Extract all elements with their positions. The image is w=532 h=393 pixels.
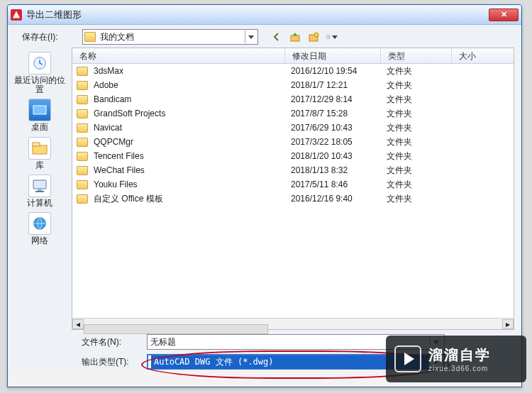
cell-name: Youku Files	[94, 179, 291, 189]
place-desktop[interactable]: 桌面	[28, 99, 51, 132]
scroll-right-icon[interactable]: ▸	[502, 319, 514, 329]
horizontal-scrollbar[interactable]: ◂ ▸	[72, 318, 514, 329]
play-icon	[394, 345, 421, 372]
table-row[interactable]: 自定义 Office 模板2016/12/16 9:40文件夹	[72, 192, 514, 206]
cell-type: 文件夹	[387, 136, 458, 148]
table-row[interactable]: QQPCMgr2017/3/22 18:05文件夹	[72, 135, 514, 149]
watermark-text: 溜溜自学 zixue.3d66.com	[428, 345, 491, 372]
cell-name: Navicat	[94, 123, 291, 133]
cell-name: Tencent Files	[94, 151, 291, 161]
svg-rect-13	[35, 191, 44, 192]
col-name[interactable]: 名称	[72, 48, 285, 63]
col-size[interactable]: 大小	[452, 48, 514, 63]
place-libraries[interactable]: 库	[28, 137, 51, 170]
scroll-left-icon[interactable]: ◂	[72, 319, 84, 329]
folder-icon	[77, 194, 88, 204]
folder-icon	[77, 67, 88, 76]
nav-icons	[271, 31, 338, 43]
table-row[interactable]: Tencent Files2018/1/20 10:43文件夹	[72, 149, 514, 163]
cell-date: 2017/3/22 18:05	[291, 137, 387, 147]
places-sidebar: 最近访问的位置 桌面 库 计算机 网络	[8, 48, 72, 330]
scroll-thumb[interactable]	[84, 324, 268, 334]
cell-date: 2016/12/16 9:40	[291, 194, 387, 204]
body: 最近访问的位置 桌面 库 计算机 网络 名称 修改日期	[8, 48, 521, 330]
save-in-label: 保存在(I):	[22, 31, 82, 43]
app-icon	[11, 9, 22, 21]
cell-date: 2017/8/7 15:28	[291, 109, 387, 118]
view-menu-icon[interactable]	[326, 31, 338, 43]
cell-date: 2017/6/29 10:43	[291, 123, 387, 133]
cell-name: 3dsMax	[94, 66, 291, 76]
save-in-combo[interactable]: 我的文档	[82, 29, 258, 45]
col-type[interactable]: 类型	[381, 48, 452, 63]
folder-icon	[77, 95, 88, 104]
cell-date: 2017/5/11 8:46	[291, 179, 387, 189]
table-row[interactable]: 3dsMax2016/12/10 19:54文件夹	[72, 64, 514, 78]
place-label: 网络	[31, 236, 48, 245]
cell-date: 2017/12/29 8:14	[291, 94, 387, 104]
cell-type: 文件夹	[387, 108, 458, 120]
cell-type: 文件夹	[387, 79, 458, 92]
up-one-level-icon[interactable]	[289, 31, 301, 43]
watermark: 溜溜自学 zixue.3d66.com	[386, 336, 526, 382]
col-date[interactable]: 修改日期	[285, 48, 381, 63]
cell-date: 2016/12/10 19:54	[291, 66, 387, 76]
file-list: 名称 修改日期 类型 大小 3dsMax2016/12/10 19:54文件夹A…	[72, 48, 514, 330]
svg-rect-11	[33, 180, 46, 189]
folder-icon	[77, 138, 88, 147]
svg-point-2	[314, 33, 318, 37]
cell-type: 文件夹	[387, 94, 458, 106]
cell-type: 文件夹	[387, 193, 458, 205]
place-label: 桌面	[31, 123, 48, 132]
computer-icon	[28, 175, 51, 197]
network-icon	[28, 212, 51, 235]
save-in-folder: 我的文档	[100, 31, 245, 43]
place-recent[interactable]: 最近访问的位置	[11, 52, 68, 94]
filetype-label: 输出类型(T):	[82, 356, 147, 368]
desktop-icon	[28, 99, 51, 121]
folder-icon	[77, 109, 88, 118]
back-icon[interactable]	[271, 31, 282, 43]
folder-icon	[77, 180, 88, 189]
close-button[interactable]: ✕	[489, 9, 519, 21]
table-row[interactable]: Bandicam2017/12/29 8:14文件夹	[72, 92, 514, 106]
table-row[interactable]: WeChat Files2018/1/13 8:32文件夹	[72, 163, 514, 177]
column-headers: 名称 修改日期 类型 大小	[72, 48, 514, 64]
filename-label: 文件名(N):	[82, 336, 147, 348]
chevron-down-icon[interactable]	[245, 31, 256, 43]
table-row[interactable]: Navicat2017/6/29 10:43文件夹	[72, 121, 514, 135]
table-row[interactable]: GrandSoft Projects2017/8/7 15:28文件夹	[72, 106, 514, 121]
place-computer[interactable]: 计算机	[27, 175, 52, 208]
cell-name: Bandicam	[94, 94, 291, 104]
recent-icon	[28, 52, 51, 74]
cell-name: Adobe	[94, 80, 291, 90]
titlebar: 导出二维图形 ✕	[8, 5, 521, 25]
cell-name: GrandSoft Projects	[94, 109, 291, 118]
folder-icon	[77, 81, 88, 90]
cell-name: QQPCMgr	[94, 137, 291, 147]
folder-icon	[77, 123, 88, 133]
cell-type: 文件夹	[387, 165, 458, 177]
watermark-title: 溜溜自学	[428, 345, 491, 365]
svg-rect-10	[33, 143, 40, 146]
table-row[interactable]: Adobe2018/1/7 12:21文件夹	[72, 78, 514, 92]
folder-icon	[84, 32, 96, 42]
watermark-url: zixue.3d66.com	[428, 365, 491, 372]
window-title: 导出二维图形	[26, 9, 489, 21]
place-network[interactable]: 网络	[28, 212, 51, 245]
cell-date: 2018/1/13 8:32	[291, 165, 387, 175]
save-dialog: 导出二维图形 ✕ 保存在(I): 我的文档	[7, 4, 522, 387]
place-label: 最近访问的位置	[11, 76, 68, 94]
folder-icon	[77, 152, 88, 161]
cell-date: 2018/1/20 10:43	[291, 151, 387, 161]
new-folder-icon[interactable]	[308, 31, 319, 43]
table-row[interactable]: Youku Files2017/5/11 8:46文件夹	[72, 177, 514, 192]
save-in-row: 保存在(I): 我的文档	[8, 25, 521, 48]
place-label: 库	[35, 161, 44, 170]
folder-icon	[77, 166, 88, 175]
cell-type: 文件夹	[387, 179, 458, 191]
cell-type: 文件夹	[387, 65, 458, 77]
svg-rect-8	[33, 106, 46, 114]
cell-date: 2018/1/7 12:21	[291, 80, 387, 90]
place-label: 计算机	[27, 199, 52, 208]
